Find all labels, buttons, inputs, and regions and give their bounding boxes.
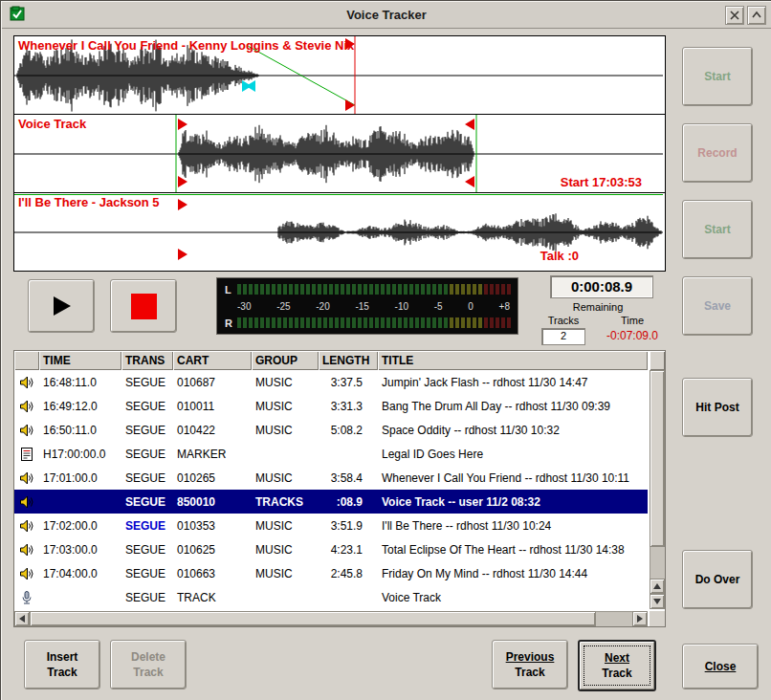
cell-group: MUSIC	[252, 370, 319, 394]
cell-cart: MARKER	[173, 442, 252, 466]
cell-time: H17:00:00.0	[39, 442, 121, 466]
header-group[interactable]: GROUP	[252, 351, 319, 370]
header-corner	[650, 351, 665, 370]
scroll-up-button[interactable]	[650, 579, 665, 594]
cell-title: I'll Be There -- rdhost 11/30 10:24	[378, 514, 648, 537]
cell-group: MUSIC	[252, 394, 319, 418]
cell-cart: 010265	[173, 466, 252, 490]
start-1-button: Start	[682, 47, 753, 106]
shade-icon[interactable]	[747, 6, 766, 25]
speaker-icon	[14, 537, 39, 561]
log-row[interactable]: 17:01:00.0SEGUE010265MUSIC3:58.4Whenever…	[14, 466, 648, 490]
remaining-time-label: Time	[602, 315, 663, 326]
cell-cart: 010687	[173, 370, 252, 394]
log-row[interactable]: 17:03:00.0SEGUE010625MUSIC4:23.1Total Ec…	[14, 537, 648, 561]
cell-time: 17:02:00.0	[39, 514, 121, 537]
cell-length: 3:51.9	[319, 514, 378, 537]
log-row[interactable]: 16:49:12.0SEGUE010011MUSIC3:31.3Bang The…	[14, 394, 648, 418]
start-2-button: Start	[682, 200, 753, 259]
do-over-button[interactable]: Do Over	[682, 550, 753, 609]
vscroll-thumb[interactable]	[650, 370, 665, 547]
track-panel-3[interactable]: I'll Be There - Jackson 5 Talk :0	[14, 193, 665, 271]
note-icon	[14, 442, 39, 466]
elapsed-time-display: 0:00:08.9	[550, 275, 653, 298]
cell-length	[319, 585, 378, 609]
header-cart[interactable]: CART	[173, 351, 252, 370]
log-row[interactable]: 16:50:11.0SEGUE010422MUSIC5:08.2Space Od…	[14, 418, 648, 442]
cell-length: 2:45.8	[319, 561, 378, 585]
cell-title: Voice Track	[378, 585, 648, 609]
next-track-button[interactable]: Next Track	[578, 640, 656, 691]
log-row[interactable]: 17:04:00.0SEGUE010663MUSIC2:45.8Friday O…	[14, 561, 648, 585]
speaker-icon	[14, 394, 39, 418]
remaining-time-value: -0:07:09.0	[602, 329, 663, 342]
hscroll-track[interactable]	[30, 611, 632, 626]
track-2-title: Voice Track	[18, 117, 86, 131]
scroll-right-button[interactable]	[632, 611, 648, 626]
speaker-icon	[14, 370, 39, 394]
cell-cart: TRACK	[173, 585, 252, 609]
save-button: Save	[682, 276, 753, 336]
close-dialog-button[interactable]: Close	[682, 644, 759, 689]
log-row[interactable]: SEGUE850010TRACKS:08.9Voice Track -- use…	[14, 490, 648, 514]
log-row[interactable]: H17:00:00.0SEGUEMARKERLegal ID Goes Here	[14, 442, 648, 466]
cell-group: MUSIC	[252, 418, 319, 442]
cell-cart: 010663	[173, 561, 252, 585]
insert-track-button[interactable]: Insert Track	[24, 640, 100, 689]
header-trans[interactable]: TRANS	[121, 351, 173, 370]
level-meter-panel: L -30-25-20-15-10-50+8 R	[216, 277, 518, 335]
scroll-down-button[interactable]	[650, 594, 665, 609]
log-row[interactable]: 17:02:00.0SEGUE010353MUSIC3:51.9I'll Be …	[14, 514, 648, 537]
stop-button[interactable]	[110, 279, 177, 333]
right-meter	[237, 317, 511, 328]
hscroll-thumb[interactable]	[30, 611, 596, 626]
cell-length: 3:37.5	[319, 370, 378, 394]
cell-trans: SEGUE	[121, 585, 173, 609]
cell-trans: SEGUE	[121, 466, 173, 490]
cell-group: MUSIC	[252, 561, 319, 585]
talk-time-label: Talk :0	[540, 249, 579, 263]
log-row[interactable]: 16:48:11.0SEGUE010687MUSIC3:37.5Jumpin' …	[14, 370, 648, 394]
vertical-scrollbar[interactable]	[650, 370, 665, 609]
log-body: 16:48:11.0SEGUE010687MUSIC3:37.5Jumpin' …	[14, 370, 648, 609]
down-arrow-icon	[653, 599, 661, 604]
speaker-icon	[14, 466, 39, 490]
cell-trans: SEGUE	[121, 514, 173, 537]
remaining-label: Remaining	[533, 301, 663, 313]
speaker-icon	[14, 514, 39, 537]
log-header: TIME TRANS CART GROUP LENGTH TITLE	[14, 351, 648, 370]
play-button[interactable]	[28, 279, 95, 333]
cell-title: Total Eclipse Of The Heart -- rdhost 11/…	[378, 537, 648, 561]
titlebar[interactable]: Voice Tracker	[2, 2, 771, 29]
cell-time: 16:48:11.0	[39, 370, 121, 394]
scroll-left-button[interactable]	[14, 611, 30, 626]
cell-length	[319, 442, 378, 466]
header-length[interactable]: LENGTH	[319, 351, 378, 370]
cell-length: 5:08.2	[319, 418, 378, 442]
meter-scale: -30-25-20-15-10-50+8	[225, 301, 510, 312]
vscroll-track[interactable]	[650, 370, 665, 579]
header-title[interactable]: TITLE	[378, 351, 648, 370]
hit-post-button[interactable]: Hit Post	[682, 378, 753, 437]
left-arrow-icon	[19, 615, 25, 623]
log-row[interactable]: SEGUETRACKVoice Track	[14, 585, 648, 609]
track-panel-2[interactable]: Voice Track Start 17:03:53	[14, 115, 665, 193]
cell-length: :08.9	[319, 490, 378, 514]
track-panel-1[interactable]: Whenever I Call You Friend - Kenny Loggi…	[14, 36, 665, 115]
cell-trans: SEGUE	[121, 561, 173, 585]
cell-cart: 010422	[173, 418, 252, 442]
play-triangle-icon	[49, 294, 74, 318]
speaker-icon	[14, 490, 39, 514]
cell-title: Bang The Drum All Day -- rdhost 11/30 09…	[378, 394, 648, 418]
cell-trans: SEGUE	[121, 537, 173, 561]
previous-track-button[interactable]: Previous Track	[492, 640, 568, 689]
horizontal-scrollbar[interactable]	[14, 611, 648, 626]
header-icon-column[interactable]	[14, 351, 39, 370]
header-time[interactable]: TIME	[39, 351, 121, 370]
right-channel-label: R	[225, 317, 237, 329]
start-time-label: Start 17:03:53	[561, 175, 642, 189]
close-icon[interactable]	[725, 6, 744, 25]
left-meter	[237, 284, 511, 295]
record-button: Record	[682, 123, 753, 183]
cell-group: TRACKS	[252, 490, 319, 514]
